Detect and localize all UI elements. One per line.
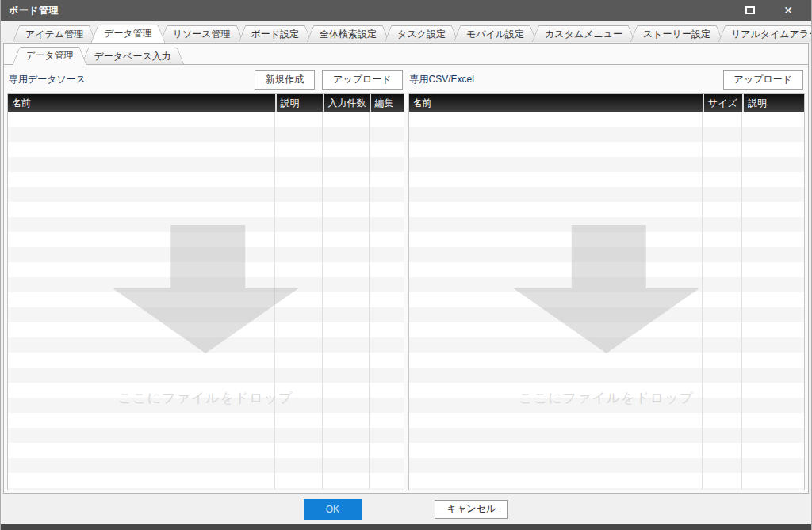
main-tab-bar: アイテム管理 データ管理 リソース管理 ボード設定 全体検索設定 タスク設定 モ… (1, 21, 811, 43)
maximize-button[interactable] (740, 2, 760, 18)
csv-excel-panel: 専用CSV/Excel アップロード 名前 サイズ 説明 (408, 65, 806, 490)
tab-story-settings[interactable]: ストーリー設定 (639, 25, 714, 42)
tab-global-search-settings[interactable]: 全体検索設定 (316, 25, 381, 42)
drop-arrow-icon (514, 225, 699, 353)
column-header-name: 名前 (8, 94, 275, 112)
titlebar: ボード管理 ✕ (1, 0, 811, 21)
datasource-panel-header: 専用データソース 新規作成 アップロード (7, 65, 404, 93)
drop-hint-text: ここにファイルをドロップ (409, 389, 805, 407)
subtab-database-input[interactable]: データベース入力 (90, 48, 175, 64)
column-header-size: サイズ (703, 94, 742, 112)
csv-excel-table-header: 名前 サイズ 説明 (409, 94, 805, 112)
column-header-input-count: 入力件数 (323, 94, 370, 112)
column-divider (702, 112, 703, 490)
bottom-resize-bar (1, 524, 811, 530)
tab-custom-menu[interactable]: カスタムメニュー (541, 25, 626, 42)
csv-excel-table: 名前 サイズ 説明 ここにファイルをドロップ (408, 93, 806, 490)
tab-realtime-alert[interactable]: リアルタイムアラート (727, 25, 812, 42)
column-header-description: 説明 (275, 94, 323, 112)
drop-arrow-icon (113, 225, 298, 353)
datasource-drop-zone[interactable]: ここにファイルをドロップ (8, 112, 404, 490)
column-header-name: 名前 (409, 94, 703, 112)
csv-upload-button[interactable]: アップロード (723, 70, 803, 90)
window-title: ボード管理 (9, 4, 59, 17)
datasource-table: 名前 説明 入力件数 編集 ここにファイルをドロップ (7, 93, 404, 490)
tab-mobile-settings[interactable]: モバイル設定 (462, 25, 528, 42)
column-divider (741, 112, 742, 490)
datasource-panel-buttons: 新規作成 アップロード (255, 70, 402, 90)
close-icon: ✕ (783, 4, 793, 17)
drop-hint-text: ここにファイルをドロップ (8, 389, 404, 407)
sub-tab-bar: データ管理 データベース入力 (4, 44, 808, 65)
tab-data-management[interactable]: データ管理 (100, 25, 156, 43)
column-divider (369, 112, 370, 490)
subtab-data-management[interactable]: データ管理 (21, 47, 78, 65)
tab-task-settings[interactable]: タスク設定 (393, 25, 450, 42)
column-divider (322, 112, 323, 490)
csv-excel-panel-title: 専用CSV/Excel (410, 73, 474, 86)
data-management-page: データ管理 データベース入力 専用データソース 新規作成 アップロード 名前 説… (3, 43, 809, 494)
csv-excel-panel-header: 専用CSV/Excel アップロード (408, 65, 806, 93)
create-new-button[interactable]: 新規作成 (255, 70, 315, 90)
datasource-table-header: 名前 説明 入力件数 編集 (8, 94, 404, 112)
column-header-edit: 編集 (370, 94, 404, 112)
ok-button[interactable]: OK (304, 499, 362, 520)
datasource-panel: 専用データソース 新規作成 アップロード 名前 説明 入力件数 編集 (7, 65, 404, 490)
tab-board-settings[interactable]: ボード設定 (247, 25, 304, 42)
maximize-icon (745, 6, 755, 14)
csv-excel-drop-zone[interactable]: ここにファイルをドロップ (409, 112, 805, 490)
datasource-panel-title: 専用データソース (9, 73, 86, 86)
board-management-dialog: ボード管理 ✕ アイテム管理 データ管理 リソース管理 ボード設定 全体検索設定… (0, 0, 812, 530)
column-header-description: 説明 (742, 94, 804, 112)
tab-resource-management[interactable]: リソース管理 (169, 25, 235, 42)
cancel-button[interactable]: キャンセル (435, 500, 508, 519)
dialog-footer: OK キャンセル (1, 494, 811, 524)
close-button[interactable]: ✕ (778, 2, 799, 18)
datasource-upload-button[interactable]: アップロード (322, 70, 402, 90)
csv-excel-panel-buttons: アップロード (723, 70, 803, 90)
tab-item-management[interactable]: アイテム管理 (21, 25, 87, 42)
window-controls: ✕ (740, 2, 803, 18)
panels-area: 専用データソース 新規作成 アップロード 名前 説明 入力件数 編集 (4, 65, 808, 493)
